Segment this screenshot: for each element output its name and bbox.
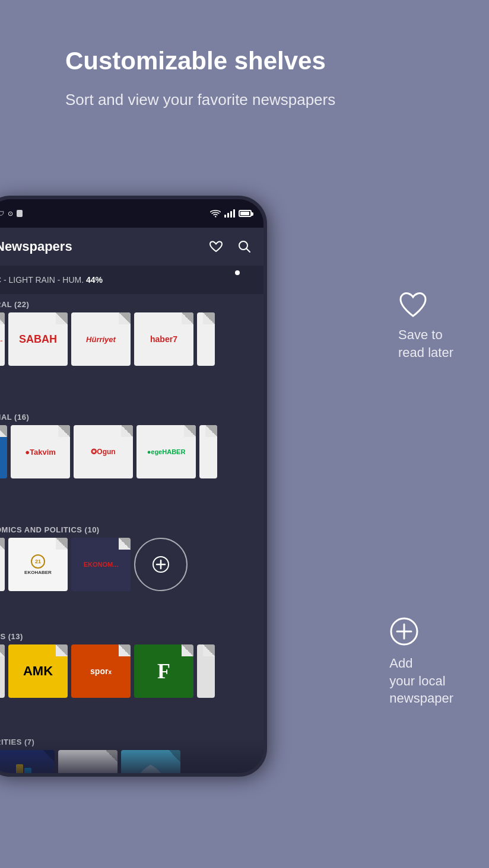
list-item[interactable]: SABAH <box>8 312 68 366</box>
list-item[interactable]: Hürriyet <box>71 312 131 366</box>
section-celebrities-header: RITIES (7) <box>0 732 263 750</box>
newspaper-logo-hurriyet: Hürriyet <box>84 333 118 346</box>
app-title: Newspapers <box>0 239 72 254</box>
newspaper-logo-ogun: ✪Ogun <box>88 445 118 458</box>
phone-mockup: 🛡 ⊙ <box>0 196 273 868</box>
newspaper-logo-haber7: haber7 <box>148 332 180 346</box>
national-newspaper-row: ●Takvim ✪Ogun ●egeHABER <box>0 425 263 483</box>
list-item[interactable]: ✪Ogun <box>74 425 133 478</box>
list-item[interactable]: F <box>134 644 193 698</box>
shield-icon: 🛡 <box>0 210 4 217</box>
list-item[interactable]: sporx <box>71 644 131 698</box>
list-item[interactable] <box>199 425 217 478</box>
hero-subtitle: Sort and view your favorite newspapers <box>65 89 453 110</box>
feature-plus-section: Addyour localnewspaper <box>389 617 453 707</box>
list-item[interactable] <box>58 750 118 773</box>
section-general: RAL (22) ... SABAH Hürriyet <box>0 294 263 371</box>
phone-screen: Newspapers <box>0 228 263 773</box>
list-item[interactable]: ... <box>0 312 5 366</box>
list-item[interactable] <box>197 644 215 698</box>
heart-icon <box>398 291 428 318</box>
newspaper-logo-sabah: SABAH <box>17 331 59 348</box>
hero-title: Customizable shelves <box>65 47 453 75</box>
wifi-icon <box>210 209 221 218</box>
section-general-header: RAL (22) <box>0 294 263 312</box>
weather-text: C - LIGHT RAIN - HUM. 44% <box>0 275 103 285</box>
app-bar: Newspapers <box>0 228 263 266</box>
signal-icon <box>224 209 235 218</box>
list-item[interactable]: AMK <box>8 644 68 698</box>
section-sports: TS (13) AMK sporx F <box>0 626 263 703</box>
list-item[interactable] <box>0 425 7 478</box>
plus-icon <box>389 617 419 646</box>
section-economics-header: OMICS AND POLITICS (10) <box>0 519 263 538</box>
newspaper-logo-amk: AMK <box>21 661 55 681</box>
section-celebrities: RITIES (7) medyafaresi <box>0 732 263 773</box>
list-item[interactable]: haber7 <box>134 312 193 366</box>
section-economics: OMICS AND POLITICS (10) 21 EKOHABER EKON… <box>0 519 263 596</box>
weather-bar: C - LIGHT RAIN - HUM. 44% <box>0 266 263 294</box>
list-item[interactable]: ●egeHABER <box>136 425 196 478</box>
app-bar-icons <box>207 237 254 256</box>
list-item[interactable] <box>0 644 5 698</box>
heart-feature-label: Save toread later <box>398 326 453 361</box>
general-newspaper-row: ... SABAH Hürriyet haber7 <box>0 312 263 371</box>
battery-icon <box>239 210 252 217</box>
sports-newspaper-row: AMK sporx F <box>0 644 263 703</box>
list-item[interactable] <box>197 312 215 366</box>
newspaper-logo-egehaber: ●egeHABER <box>145 446 188 458</box>
status-right <box>210 209 252 218</box>
list-item[interactable] <box>121 750 180 773</box>
newspaper-logo-ekonomi: EKONOM... <box>81 559 121 570</box>
section-national: NAL (16) ●Takvim ✪Ogun ●egeHABER <box>0 407 263 483</box>
economics-newspaper-row: 21 EKOHABER EKONOM... <box>0 538 263 596</box>
list-item[interactable]: EKONOM... <box>71 538 131 591</box>
heart-button[interactable] <box>207 237 226 256</box>
plus-feature-label: Addyour localnewspaper <box>389 655 453 707</box>
status-left: 🛡 ⊙ <box>0 210 23 218</box>
newspaper-logo-sporx: sporx <box>88 664 114 678</box>
list-item[interactable]: 21 EKOHABER <box>8 538 68 591</box>
target-icon: ⊙ <box>8 210 13 218</box>
newspaper-logo-takvim: ●Takvim <box>23 445 58 459</box>
dot-indicator <box>235 270 240 275</box>
section-national-header: NAL (16) <box>0 407 263 425</box>
list-item[interactable] <box>0 538 5 591</box>
add-newspaper-button[interactable] <box>134 538 188 591</box>
list-item[interactable]: medyafaresi <box>0 750 55 773</box>
svg-line-4 <box>246 248 250 252</box>
list-item[interactable]: ●Takvim <box>11 425 70 478</box>
celebrities-newspaper-row: medyafaresi <box>0 750 263 773</box>
newspaper-logo-f: F <box>155 656 173 686</box>
search-button[interactable] <box>235 237 254 256</box>
sim-icon <box>17 210 23 217</box>
status-bar: 🛡 ⊙ <box>0 199 263 228</box>
hero-section: Customizable shelves Sort and view your … <box>65 47 453 111</box>
feature-heart-section: Save toread later <box>398 291 453 361</box>
section-sports-header: TS (13) <box>0 626 263 644</box>
phone-body: 🛡 ⊙ <box>0 196 267 777</box>
